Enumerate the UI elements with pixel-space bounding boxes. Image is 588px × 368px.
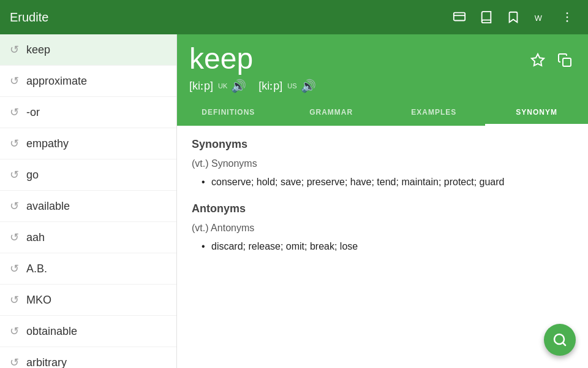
content-area: Synonyms (vt.) Synonyms conserve; hold; … — [177, 126, 588, 368]
tabs: DEFINITIONS GRAMMAR EXAMPLES SYNONYM — [177, 101, 588, 126]
sidebar-item-keep[interactable]: ↺ keep — [0, 34, 176, 66]
sidebar: ↺ keep ↺ approximate ↺ -or ↺ empathy ↺ g… — [0, 34, 177, 368]
pronunciation-us-text: [kiːp] — [258, 79, 282, 93]
sidebar-item-obtainable[interactable]: ↺ obtainable — [0, 316, 176, 347]
pronunciation-us-label: US — [287, 82, 296, 90]
flashcard-icon[interactable] — [448, 6, 470, 28]
sidebar-item-or[interactable]: ↺ -or — [0, 97, 176, 128]
sidebar-label-available: available — [26, 200, 70, 213]
sidebar-label-or: -or — [26, 106, 40, 119]
sidebar-label-approximate: approximate — [26, 75, 87, 88]
sidebar-label-arbitrary: arbitrary — [26, 356, 67, 369]
svg-rect-0 — [454, 13, 465, 21]
word-title: keep — [189, 44, 253, 74]
synonyms-list: conserve; hold; save; preserve; have; te… — [202, 174, 573, 190]
history-icon-empathy: ↺ — [10, 137, 19, 150]
antonyms-pos: (vt.) Antonyms — [192, 223, 573, 234]
svg-marker-6 — [532, 54, 544, 66]
sound-uk-button[interactable]: 🔊 — [231, 79, 246, 93]
right-panel: keep [kiːp] UK 🔊 [kiːp] — [177, 34, 588, 368]
tab-examples[interactable]: EXAMPLES — [383, 101, 486, 126]
history-icon-keep: ↺ — [10, 43, 19, 56]
sidebar-item-available[interactable]: ↺ available — [0, 191, 176, 222]
sidebar-label-mko: MKO — [26, 294, 51, 307]
sidebar-label-empathy: empathy — [26, 137, 69, 150]
sidebar-item-ab[interactable]: ↺ A.B. — [0, 253, 176, 285]
history-icon-available: ↺ — [10, 199, 19, 213]
bookmark-icon[interactable] — [502, 6, 524, 28]
search-fab[interactable] — [544, 324, 576, 356]
top-bar-actions: W — [448, 6, 578, 28]
tab-synonym[interactable]: SYNONYM — [485, 101, 588, 126]
sidebar-item-aah[interactable]: ↺ aah — [0, 222, 176, 253]
word-header: keep [kiːp] UK 🔊 [kiːp] — [177, 34, 588, 101]
svg-rect-7 — [563, 58, 571, 66]
synonyms-pos: (vt.) Synonyms — [192, 158, 573, 169]
pronunciation-us: [kiːp] US 🔊 — [258, 79, 315, 93]
sidebar-item-approximate[interactable]: ↺ approximate — [0, 66, 176, 97]
sidebar-item-empathy[interactable]: ↺ empathy — [0, 128, 176, 159]
main-content: ↺ keep ↺ approximate ↺ -or ↺ empathy ↺ g… — [0, 34, 588, 368]
sidebar-label-go: go — [26, 169, 39, 182]
pronunciation-row: [kiːp] UK 🔊 [kiːp] US 🔊 — [189, 79, 576, 101]
antonyms-list-item: discard; release; omit; break; lose — [202, 239, 573, 255]
synonyms-heading: Synonyms — [192, 138, 573, 151]
app-title: Erudite — [10, 10, 448, 25]
word-header-top: keep — [189, 44, 576, 79]
sidebar-item-go[interactable]: ↺ go — [0, 159, 176, 191]
sidebar-label-obtainable: obtainable — [26, 325, 77, 338]
history-icon-or: ↺ — [10, 105, 19, 119]
sidebar-item-arbitrary[interactable]: ↺ arbitrary — [0, 347, 176, 368]
word-header-actions — [527, 44, 576, 71]
pronunciation-uk-label: UK — [218, 82, 227, 90]
antonyms-section: Antonyms (vt.) Antonyms discard; release… — [192, 202, 573, 255]
tab-grammar[interactable]: GRAMMAR — [280, 101, 383, 126]
history-icon-approximate: ↺ — [10, 74, 19, 88]
sidebar-item-mko[interactable]: ↺ MKO — [0, 285, 176, 316]
svg-line-9 — [563, 343, 565, 345]
sidebar-label-aah: aah — [26, 231, 45, 244]
svg-point-3 — [567, 12, 568, 14]
book-icon[interactable] — [475, 6, 497, 28]
sound-us-button[interactable]: 🔊 — [301, 79, 316, 93]
antonyms-list: discard; release; omit; break; lose — [202, 239, 573, 255]
history-icon-arbitrary: ↺ — [10, 356, 19, 368]
word-icon[interactable]: W — [529, 6, 551, 28]
top-bar: Erudite W — [0, 0, 588, 34]
synonyms-list-item: conserve; hold; save; preserve; have; te… — [202, 174, 573, 190]
tab-definitions[interactable]: DEFINITIONS — [177, 101, 280, 126]
history-icon-obtainable: ↺ — [10, 324, 19, 338]
pronunciation-uk: [kiːp] UK 🔊 — [189, 79, 246, 93]
svg-point-4 — [567, 17, 568, 18]
svg-point-5 — [567, 20, 568, 22]
copy-button[interactable] — [554, 49, 576, 71]
more-icon[interactable] — [556, 6, 578, 28]
pronunciation-uk-text: [kiːp] — [189, 79, 213, 93]
svg-text:W: W — [535, 13, 543, 23]
history-icon-ab: ↺ — [10, 262, 19, 275]
sidebar-label-keep: keep — [26, 44, 50, 56]
sidebar-label-ab: A.B. — [26, 263, 47, 275]
history-icon-go: ↺ — [10, 168, 19, 182]
history-icon-mko: ↺ — [10, 293, 19, 307]
history-icon-aah: ↺ — [10, 231, 19, 244]
star-button[interactable] — [527, 49, 549, 71]
antonyms-heading: Antonyms — [192, 202, 573, 215]
